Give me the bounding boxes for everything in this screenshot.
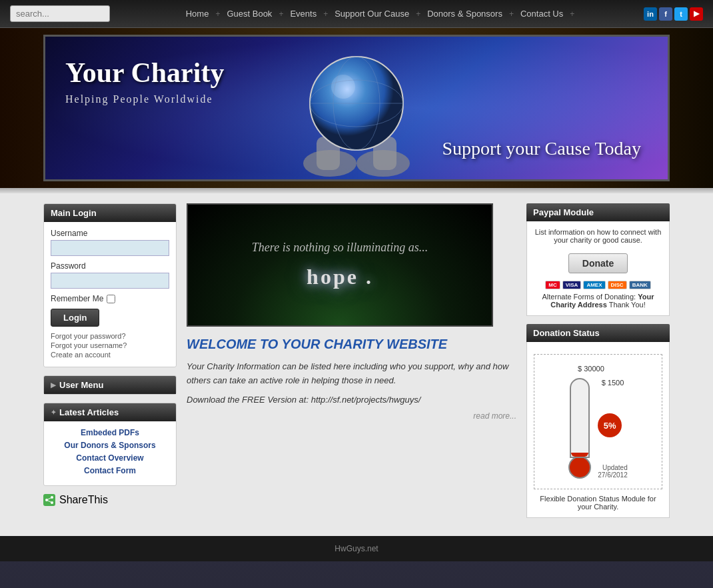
thermo-side: $ 1500 5% Updated 27/6/2012: [598, 379, 628, 479]
nav-sep-2: +: [279, 9, 283, 19]
bank-badge: BANK: [629, 281, 651, 289]
top-bar: Home + Guest Book + Events + Support Our…: [0, 0, 713, 28]
paypal-panel-header: Paypal Module: [526, 203, 670, 221]
donation-status-body: $ 30000 $ 1500 5%: [526, 342, 670, 518]
share-icon: [43, 494, 55, 506]
nav-sep-1: +: [215, 9, 220, 19]
discover-badge: DISC: [608, 281, 627, 289]
thank-you: Thank You!: [607, 301, 646, 309]
article-link-2[interactable]: Contact Overview: [51, 453, 169, 463]
nav-contact[interactable]: Contact Us: [514, 6, 570, 21]
articles-arrow-icon: ✦: [51, 409, 56, 416]
latest-articles-panel: ✦ Latest Articles Embeded PDFs Our Donor…: [43, 403, 177, 486]
donation-status-header: Donation Status: [526, 324, 670, 342]
mc-badge: MC: [545, 281, 560, 289]
globe-image: [297, 43, 416, 177]
thermo-percentage: 5%: [598, 413, 622, 437]
latest-articles-header[interactable]: ✦ Latest Articles: [44, 403, 176, 421]
social-icons: in f t ▶: [644, 7, 703, 21]
user-menu-panel: ▶ User Menu: [43, 375, 177, 395]
hero-image-inner: There is nothing so illuminating as... h…: [188, 205, 492, 325]
remember-checkbox[interactable]: [107, 295, 115, 303]
arrow-icon: ▶: [51, 381, 56, 389]
login-panel-header: Main Login: [44, 204, 176, 222]
nav-sep-6: +: [570, 9, 574, 19]
create-account-link[interactable]: Create an account: [51, 351, 169, 359]
nav-sep-4: +: [416, 9, 420, 19]
welcome-title: WELCOME TO YOUR CHARITY WEBSITE: [187, 337, 516, 352]
donation-status-panel: Donation Status $ 30000: [526, 324, 670, 518]
youtube-icon[interactable]: ▶: [690, 7, 703, 21]
updated-label: Updated: [602, 464, 628, 471]
svg-point-8: [331, 75, 355, 99]
main-content: Main Login Username Password Remember Me…: [0, 193, 713, 536]
article-link-1[interactable]: Our Donors & Sponsors: [51, 441, 169, 450]
alt-donate-text: Alternate Forms of Donating: Your Charit…: [534, 293, 662, 309]
article-link-0[interactable]: Embeded PDFs: [51, 428, 169, 437]
user-menu-title: User Menu: [59, 380, 103, 390]
paypal-panel-body: List information on how to connect with …: [526, 221, 670, 316]
password-input[interactable]: [51, 273, 169, 289]
hero-title: Your Charity: [65, 57, 224, 89]
articles-body: Embeded PDFs Our Donors & Sponsors Conta…: [44, 421, 176, 485]
latest-articles-title: Latest Articles: [59, 407, 119, 417]
login-button[interactable]: Login: [51, 309, 99, 327]
username-label: Username: [51, 229, 169, 238]
quote-text: There is nothing so illuminating as...: [239, 241, 441, 255]
login-panel: Main Login Username Password Remember Me…: [43, 203, 177, 367]
login-links: Forgot your password? Forgot your userna…: [51, 332, 169, 359]
alt-text: Alternate Forms of Donating:: [542, 293, 638, 301]
download-link: Download the FREE Version at: http://sf.…: [187, 395, 516, 405]
hero-image: There is nothing so illuminating as... h…: [187, 203, 493, 327]
linkedin-icon[interactable]: in: [644, 7, 657, 21]
nav-sep-3: +: [323, 9, 328, 19]
footer: HwGuys.net: [0, 536, 713, 561]
search-input[interactable]: [10, 5, 110, 22]
svg-line-13: [47, 500, 52, 503]
welcome-body: Your Charity Information can be listed h…: [187, 360, 516, 388]
amex-badge: AMEX: [583, 281, 605, 289]
article-link-3[interactable]: Contact Form: [51, 466, 169, 475]
remember-label: Remember Me: [51, 294, 103, 303]
user-menu-header[interactable]: ▶ User Menu: [44, 376, 176, 394]
thermo-updated: Updated 27/6/2012: [598, 464, 628, 479]
nav-home[interactable]: Home: [179, 6, 216, 21]
facebook-icon[interactable]: f: [659, 7, 672, 21]
read-more-link[interactable]: read more...: [187, 411, 516, 421]
password-label: Password: [51, 261, 169, 271]
right-column: Paypal Module List information on how to…: [526, 203, 670, 526]
thermometer-container: $ 30000 $ 1500 5%: [534, 354, 662, 489]
footer-text: HwGuys.net: [335, 544, 378, 553]
paypal-panel: Paypal Module List information on how to…: [526, 203, 670, 316]
header-bg: Your Charity Helping People Worldwide Su…: [0, 28, 713, 188]
svg-line-12: [47, 497, 52, 500]
middle-column: There is nothing so illuminating as... h…: [187, 203, 516, 526]
nav-support[interactable]: Support Our Cause: [328, 6, 416, 21]
hero-tagline: Support your Cause Today: [442, 138, 642, 159]
thermometer: [570, 378, 590, 458]
nav-events[interactable]: Events: [283, 6, 323, 21]
hope-text: hope .: [307, 265, 373, 289]
section-divider: [0, 188, 713, 193]
twitter-icon[interactable]: t: [674, 7, 688, 21]
thermo-bulb: [568, 456, 591, 479]
remember-row: Remember Me: [51, 294, 169, 303]
hero-subtitle: Helping People Worldwide: [65, 93, 213, 105]
forgot-username-link[interactable]: Forgot your username?: [51, 341, 169, 349]
login-panel-title: Main Login: [51, 208, 97, 218]
share-label: ShareThis: [59, 494, 108, 506]
thermo-amount: $ 1500: [598, 379, 628, 387]
left-column: Main Login Username Password Remember Me…: [43, 203, 177, 526]
nav-sep-5: +: [509, 9, 514, 19]
thermo-description: Flexible Donation Status Module for your…: [534, 495, 662, 511]
share-bar[interactable]: ShareThis: [43, 494, 177, 506]
paypal-description: List information on how to connect with …: [534, 228, 662, 244]
username-input[interactable]: [51, 240, 169, 256]
nav-donors[interactable]: Donors & Sponsors: [420, 6, 509, 21]
login-panel-body: Username Password Remember Me Login Forg…: [44, 222, 176, 367]
donate-button[interactable]: Donate: [568, 253, 628, 273]
thermo-visual: [568, 378, 591, 479]
forgot-password-link[interactable]: Forgot your password?: [51, 332, 169, 340]
nav-guestbook[interactable]: Guest Book: [220, 6, 279, 21]
hero-banner: Your Charity Helping People Worldwide Su…: [43, 35, 670, 181]
